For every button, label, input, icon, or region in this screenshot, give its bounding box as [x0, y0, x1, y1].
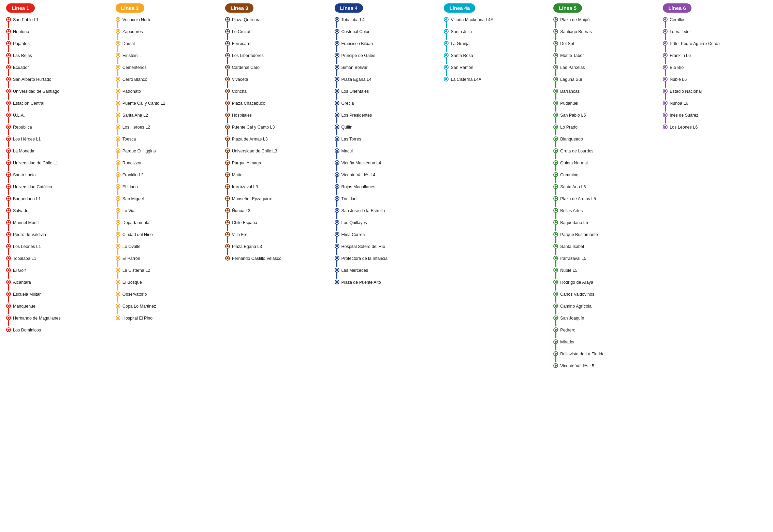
station-dot-col: [6, 112, 11, 123]
station-item: Los Presidentes: [335, 112, 439, 123]
line-header-linea4: Línea 4: [335, 3, 363, 13]
station-dot-col: [225, 255, 230, 260]
station-line-segment: [117, 212, 118, 219]
station-dot: [116, 42, 120, 45]
station-dot-col: [553, 171, 558, 183]
station-dot-col: [225, 76, 230, 88]
station-name: Grecia: [341, 100, 354, 106]
station-dot-col: [116, 135, 120, 147]
station-dot-col: [553, 123, 558, 135]
station-name: Príncipe de Gales: [341, 52, 375, 58]
station-dot-col: [553, 76, 558, 88]
station-dot: [554, 30, 557, 33]
station-dot-col: [335, 279, 339, 284]
station-dot: [226, 209, 229, 212]
station-line-segment: [665, 45, 666, 52]
station-name: Francisco Bilbao: [341, 40, 373, 46]
station-line-segment: [336, 200, 337, 207]
station-line-segment: [8, 93, 9, 100]
station-line-segment: [555, 152, 556, 159]
station-name: San Pablo L1: [13, 16, 39, 23]
station-dot: [226, 54, 229, 57]
station-dot: [7, 42, 10, 45]
station-dot: [663, 113, 667, 117]
line-header-linea2: Línea 2: [116, 3, 144, 13]
station-line-segment: [227, 200, 228, 207]
station-line-segment: [8, 45, 9, 52]
station-dot-col: [335, 219, 339, 231]
metro-map: Línea 1San Pablo L1NeptunoPajaritosLas R…: [3, 3, 770, 372]
station-dot: [116, 197, 120, 200]
station-item: Pdte. Pedro Aguirre Cerda: [663, 40, 767, 52]
station-name: Los Quillayes: [341, 219, 367, 225]
station-item: Pudahuel: [553, 100, 657, 112]
station-dot: [335, 197, 339, 200]
station-name: Zapadores: [122, 28, 143, 34]
station-name: República: [13, 123, 32, 130]
station-item: Lo Prado: [553, 123, 657, 135]
station-dot: [335, 125, 339, 129]
station-item: San Pablo L1: [6, 16, 110, 28]
station-name: Barrancas: [560, 88, 580, 94]
station-dot: [226, 233, 229, 236]
station-dot-col: [553, 147, 558, 159]
station-item: Grecia: [335, 100, 439, 112]
station-name: Lo Valledor: [670, 28, 691, 34]
station-dot-col: [116, 112, 120, 123]
station-item: Ecuador: [6, 64, 110, 76]
station-name: Irarrázaval L5: [560, 255, 586, 261]
station-dot-col: [444, 76, 449, 81]
station-item: Tobalaba L1: [6, 255, 110, 267]
station-item: Manuel Montt: [6, 219, 110, 231]
station-dot-col: [116, 183, 120, 195]
station-name: Bellas Artes: [560, 207, 583, 213]
station-line-segment: [336, 33, 337, 40]
station-dot-col: [335, 112, 339, 123]
station-name: Hospitales: [232, 112, 252, 118]
station-dot: [335, 101, 339, 105]
station-line-segment: [117, 69, 118, 76]
station-name: Manquehue: [13, 302, 35, 309]
station-line-segment: [117, 164, 118, 171]
station-dot-col: [663, 52, 668, 64]
station-line-segment: [227, 248, 228, 255]
station-dot-col: [553, 88, 558, 100]
station-dot-col: [553, 326, 558, 338]
station-name: Ñuble L5: [560, 267, 577, 273]
station-dot-col: [116, 52, 120, 64]
station-dot-col: [553, 183, 558, 195]
station-line-segment: [8, 164, 9, 171]
station-name: Los Libertadores: [232, 52, 264, 58]
station-dot-col: [553, 362, 558, 367]
station-name: Cumming: [560, 171, 579, 178]
station-line-segment: [336, 129, 337, 135]
station-name: Villa Frei: [232, 231, 248, 237]
station-name: Ferrocarril: [232, 40, 251, 46]
station-dot: [663, 54, 667, 57]
station-name: U.L.A.: [13, 112, 25, 118]
station-dot: [7, 197, 10, 200]
station-dot: [554, 316, 557, 320]
station-name: Parque Almagro: [232, 159, 263, 166]
station-dot-col: [6, 64, 11, 76]
station-name: Cardenal Caro: [232, 64, 260, 70]
station-dot-col: [225, 28, 230, 40]
station-item: Franklin L2: [116, 171, 220, 183]
station-dot: [554, 101, 557, 105]
station-dot: [116, 18, 120, 21]
station-dot: [335, 221, 339, 224]
station-dot: [7, 233, 10, 236]
station-name: Rodrigo de Araya: [560, 279, 593, 285]
station-dot: [554, 149, 557, 152]
station-name: Pedro de Valdivia: [13, 231, 46, 237]
station-dot: [7, 65, 10, 69]
station-item: Observatorio: [116, 291, 220, 302]
station-line-segment: [555, 117, 556, 123]
station-name: Ñuñoa L3: [232, 207, 250, 213]
station-line-segment: [8, 236, 9, 243]
station-item: San Pablo L5: [553, 112, 657, 123]
station-name: Las Rejas: [13, 52, 32, 58]
station-dot-col: [553, 267, 558, 279]
station-dot-col: [6, 123, 11, 135]
station-dot: [663, 89, 667, 93]
